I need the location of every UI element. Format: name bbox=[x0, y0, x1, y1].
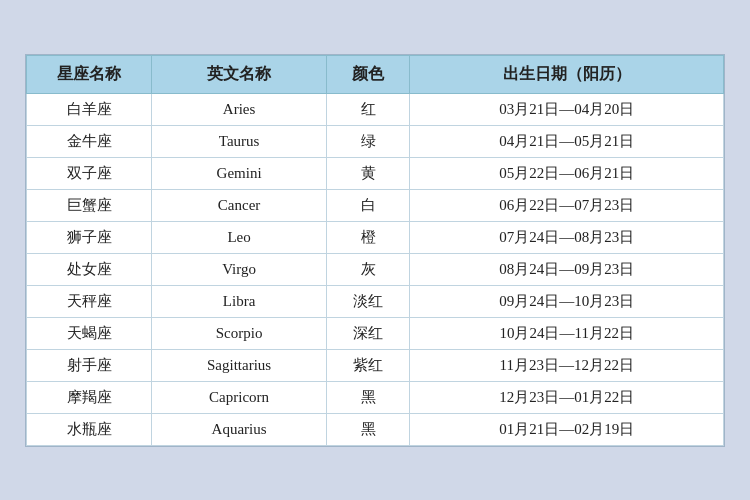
cell-english: Taurus bbox=[152, 125, 326, 157]
cell-chinese: 天秤座 bbox=[27, 285, 152, 317]
cell-date: 12月23日—01月22日 bbox=[410, 381, 724, 413]
cell-chinese: 双子座 bbox=[27, 157, 152, 189]
zodiac-table: 星座名称 英文名称 颜色 出生日期（阳历） 白羊座Aries红03月21日—04… bbox=[26, 55, 724, 446]
table-row: 射手座Sagittarius紫红11月23日—12月22日 bbox=[27, 349, 724, 381]
cell-color: 黑 bbox=[326, 381, 410, 413]
cell-chinese: 处女座 bbox=[27, 253, 152, 285]
table-row: 天蝎座Scorpio深红10月24日—11月22日 bbox=[27, 317, 724, 349]
cell-chinese: 摩羯座 bbox=[27, 381, 152, 413]
cell-color: 绿 bbox=[326, 125, 410, 157]
table-row: 双子座Gemini黄05月22日—06月21日 bbox=[27, 157, 724, 189]
cell-english: Sagittarius bbox=[152, 349, 326, 381]
cell-color: 黄 bbox=[326, 157, 410, 189]
table-row: 摩羯座Capricorn黑12月23日—01月22日 bbox=[27, 381, 724, 413]
cell-date: 04月21日—05月21日 bbox=[410, 125, 724, 157]
table-row: 处女座Virgo灰08月24日—09月23日 bbox=[27, 253, 724, 285]
cell-date: 11月23日—12月22日 bbox=[410, 349, 724, 381]
cell-english: Libra bbox=[152, 285, 326, 317]
cell-english: Aquarius bbox=[152, 413, 326, 445]
cell-date: 06月22日—07月23日 bbox=[410, 189, 724, 221]
cell-color: 红 bbox=[326, 93, 410, 125]
cell-date: 01月21日—02月19日 bbox=[410, 413, 724, 445]
cell-english: Scorpio bbox=[152, 317, 326, 349]
cell-color: 橙 bbox=[326, 221, 410, 253]
cell-color: 灰 bbox=[326, 253, 410, 285]
cell-color: 白 bbox=[326, 189, 410, 221]
table-row: 白羊座Aries红03月21日—04月20日 bbox=[27, 93, 724, 125]
header-chinese: 星座名称 bbox=[27, 55, 152, 93]
cell-chinese: 水瓶座 bbox=[27, 413, 152, 445]
cell-date: 05月22日—06月21日 bbox=[410, 157, 724, 189]
table-row: 巨蟹座Cancer白06月22日—07月23日 bbox=[27, 189, 724, 221]
header-color: 颜色 bbox=[326, 55, 410, 93]
cell-chinese: 金牛座 bbox=[27, 125, 152, 157]
cell-chinese: 白羊座 bbox=[27, 93, 152, 125]
cell-color: 紫红 bbox=[326, 349, 410, 381]
cell-english: Leo bbox=[152, 221, 326, 253]
header-english: 英文名称 bbox=[152, 55, 326, 93]
cell-date: 03月21日—04月20日 bbox=[410, 93, 724, 125]
cell-color: 深红 bbox=[326, 317, 410, 349]
header-date: 出生日期（阳历） bbox=[410, 55, 724, 93]
cell-chinese: 巨蟹座 bbox=[27, 189, 152, 221]
cell-date: 10月24日—11月22日 bbox=[410, 317, 724, 349]
zodiac-table-container: 星座名称 英文名称 颜色 出生日期（阳历） 白羊座Aries红03月21日—04… bbox=[25, 54, 725, 447]
cell-english: Cancer bbox=[152, 189, 326, 221]
cell-chinese: 天蝎座 bbox=[27, 317, 152, 349]
cell-chinese: 狮子座 bbox=[27, 221, 152, 253]
cell-color: 淡红 bbox=[326, 285, 410, 317]
cell-english: Virgo bbox=[152, 253, 326, 285]
cell-date: 07月24日—08月23日 bbox=[410, 221, 724, 253]
table-header-row: 星座名称 英文名称 颜色 出生日期（阳历） bbox=[27, 55, 724, 93]
table-row: 狮子座Leo橙07月24日—08月23日 bbox=[27, 221, 724, 253]
cell-english: Aries bbox=[152, 93, 326, 125]
cell-color: 黑 bbox=[326, 413, 410, 445]
table-body: 白羊座Aries红03月21日—04月20日金牛座Taurus绿04月21日—0… bbox=[27, 93, 724, 445]
table-row: 水瓶座Aquarius黑01月21日—02月19日 bbox=[27, 413, 724, 445]
table-row: 天秤座Libra淡红09月24日—10月23日 bbox=[27, 285, 724, 317]
table-row: 金牛座Taurus绿04月21日—05月21日 bbox=[27, 125, 724, 157]
cell-english: Gemini bbox=[152, 157, 326, 189]
cell-english: Capricorn bbox=[152, 381, 326, 413]
cell-chinese: 射手座 bbox=[27, 349, 152, 381]
cell-date: 08月24日—09月23日 bbox=[410, 253, 724, 285]
cell-date: 09月24日—10月23日 bbox=[410, 285, 724, 317]
